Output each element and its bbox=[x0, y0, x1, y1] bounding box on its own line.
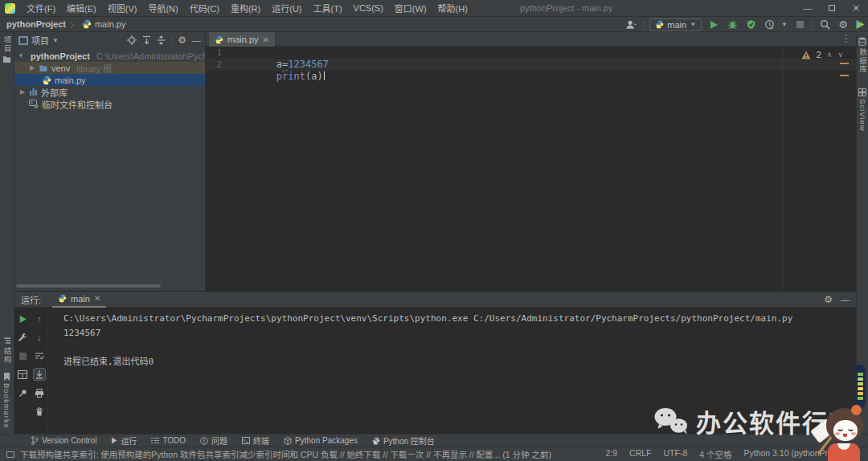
tool-window-structure[interactable]: 结构 bbox=[2, 337, 13, 364]
status-message[interactable]: 下载预构建共享索引: 使用预构建的Python 软件包共享索引减少索引时间和 C… bbox=[20, 448, 551, 460]
toolbar-divider bbox=[171, 35, 172, 46]
project-panel-title[interactable]: 项目 bbox=[31, 34, 49, 47]
rerun-button[interactable] bbox=[16, 312, 29, 325]
user-account-icon[interactable] bbox=[624, 18, 637, 31]
chevron-expanded-icon[interactable]: ▼ bbox=[18, 52, 24, 59]
up-stack-trace-icon[interactable]: ↑ bbox=[33, 312, 46, 325]
locate-file-icon[interactable] bbox=[127, 35, 137, 45]
menu-help[interactable]: 帮助(H) bbox=[432, 2, 473, 14]
inspections-widget[interactable]: 2 ∧ ∨ bbox=[801, 50, 843, 59]
pin-tab-icon[interactable] bbox=[16, 386, 29, 399]
grid-icon bbox=[858, 88, 866, 96]
tool-window-version-control[interactable]: Version Control bbox=[24, 434, 104, 447]
left-stripe-bottom: 结构 Bookmarks bbox=[2, 337, 13, 429]
menu-navigate[interactable]: 导航(N) bbox=[142, 2, 183, 14]
tool-window-problems[interactable]: 问题 bbox=[193, 434, 235, 447]
close-tab-icon[interactable]: ✕ bbox=[94, 294, 100, 303]
tool-window-run[interactable]: 运行 bbox=[104, 434, 144, 447]
search-everywhere-icon[interactable] bbox=[818, 18, 831, 31]
expand-all-icon[interactable] bbox=[142, 35, 151, 45]
close-tab-icon[interactable]: ✕ bbox=[263, 35, 269, 44]
tool-window-sciview[interactable]: SciView bbox=[858, 88, 867, 132]
soft-wrap-icon[interactable] bbox=[33, 349, 46, 362]
menu-run[interactable]: 运行(U) bbox=[266, 2, 307, 14]
settings-gear-icon[interactable]: ⚙ bbox=[837, 18, 850, 31]
restore-layout-icon[interactable] bbox=[16, 368, 29, 381]
clear-console-trash-icon[interactable] bbox=[33, 405, 46, 418]
editor-tab-mainpy[interactable]: main.py ✕ bbox=[209, 32, 275, 47]
collapse-all-icon[interactable] bbox=[157, 35, 166, 45]
terminal-icon bbox=[242, 437, 250, 444]
ide-logo-icon[interactable] bbox=[855, 20, 865, 30]
tree-item-suffix: library 根 bbox=[76, 62, 112, 74]
breadcrumb-separator-icon: 〉 bbox=[70, 18, 78, 31]
menu-window[interactable]: 窗口(W) bbox=[389, 2, 432, 14]
tree-item-mainpy[interactable]: main.py bbox=[14, 74, 205, 86]
down-stack-trace-icon[interactable]: ↓ bbox=[33, 331, 46, 344]
tool-window-bookmarks[interactable]: Bookmarks bbox=[2, 373, 11, 429]
run-settings-gear-icon[interactable]: ⚙ bbox=[824, 295, 833, 304]
chevron-collapsed-icon[interactable]: ▶ bbox=[19, 88, 26, 96]
tree-item-venv[interactable]: ▶ venv library 根 bbox=[14, 62, 205, 74]
editor-options-menu-icon[interactable]: ⋮ bbox=[841, 33, 851, 44]
next-warning-icon[interactable]: ∨ bbox=[837, 51, 843, 59]
menu-edit[interactable]: 编辑(E) bbox=[61, 2, 102, 14]
chevron-collapsed-icon[interactable]: ▶ bbox=[29, 64, 35, 71]
python-file-icon bbox=[82, 19, 92, 29]
run-configuration-select[interactable]: main ▼ bbox=[649, 18, 702, 31]
profiler-button[interactable] bbox=[763, 18, 776, 31]
tool-window-python-packages[interactable]: Python Packages bbox=[276, 434, 365, 447]
run-tab-main[interactable]: main ✕ bbox=[52, 292, 106, 308]
breadcrumb-project[interactable]: pythonProject bbox=[6, 19, 66, 29]
minimize-button[interactable]: — bbox=[796, 0, 820, 17]
hide-panel-icon[interactable]: — bbox=[192, 35, 201, 45]
code-area[interactable]: 1 a=1234567 2 print(a) 2 ∧ ∨ bbox=[206, 47, 856, 290]
run-panel-title: 运行: bbox=[21, 293, 41, 306]
warning-stripe-mark[interactable] bbox=[840, 75, 849, 76]
menu-vcs[interactable]: VCS(S) bbox=[348, 3, 389, 13]
tool-window-python-console[interactable]: Python 控制台 bbox=[365, 434, 442, 447]
edit-configuration-wrench-icon[interactable] bbox=[16, 331, 29, 344]
tree-item-scratches[interactable]: 临时文件和控制台 bbox=[14, 98, 205, 110]
tool-window-terminal[interactable]: 终端 bbox=[235, 434, 276, 447]
profiler-dropdown-icon[interactable]: ▼ bbox=[781, 21, 788, 28]
tree-item-path: C:\Users\Administrator\PycharmProj bbox=[96, 51, 205, 61]
menu-refactor[interactable]: 重构(R) bbox=[225, 2, 266, 14]
tool-window-project[interactable]: 项目 bbox=[2, 36, 13, 63]
menu-view[interactable]: 视图(V) bbox=[102, 2, 143, 14]
mascot-blush bbox=[835, 432, 840, 435]
mascot-face bbox=[833, 420, 858, 441]
background-tasks-icon[interactable] bbox=[6, 451, 14, 458]
stop-icon bbox=[796, 21, 804, 28]
run-button[interactable] bbox=[707, 18, 720, 31]
prev-warning-icon[interactable]: ∧ bbox=[827, 51, 833, 59]
coverage-button[interactable] bbox=[744, 18, 757, 31]
debug-button[interactable] bbox=[726, 18, 739, 31]
tool-window-todo[interactable]: TODO bbox=[144, 434, 193, 447]
project-settings-gear-icon[interactable]: ⚙ bbox=[178, 35, 186, 45]
warning-stripe-mark[interactable] bbox=[840, 63, 849, 64]
caret-position-widget[interactable]: 2:9 bbox=[605, 448, 617, 460]
menu-tools[interactable]: 工具(T) bbox=[308, 2, 348, 14]
encoding-widget[interactable]: UTF-8 bbox=[664, 448, 688, 460]
project-horizontal-scrollbar[interactable] bbox=[16, 284, 161, 288]
chevron-down-icon[interactable]: ▼ bbox=[52, 37, 59, 44]
left-tool-window-bar: 项目 结构 Bookmarks bbox=[0, 32, 14, 434]
breadcrumb-file[interactable]: main.py bbox=[95, 19, 126, 29]
print-icon[interactable] bbox=[33, 386, 46, 399]
indent-widget[interactable]: 4 个空格 bbox=[699, 448, 731, 460]
line-number: 1 bbox=[206, 47, 230, 59]
scroll-to-end-icon[interactable] bbox=[33, 368, 46, 381]
tree-item-external-libraries[interactable]: ▶ 外部库 bbox=[14, 86, 205, 98]
hide-panel-icon[interactable]: — bbox=[841, 295, 850, 304]
maximize-button[interactable] bbox=[820, 0, 844, 17]
main-toolbar: main ▼ ▼ ⚙ bbox=[624, 17, 865, 32]
tree-item-pythonproject[interactable]: ▼ pythonProject C:\Users\Administrator\P… bbox=[14, 50, 205, 62]
line-separator-widget[interactable]: CRLF bbox=[629, 448, 651, 460]
menu-file[interactable]: 文件(F) bbox=[21, 2, 61, 14]
menu-code[interactable]: 代码(C) bbox=[184, 2, 225, 14]
stop-button[interactable] bbox=[793, 18, 806, 31]
tool-window-database[interactable]: 数据库 bbox=[857, 37, 868, 74]
tree-item-name: venv bbox=[51, 63, 70, 73]
close-button[interactable]: ✕ bbox=[844, 0, 868, 17]
